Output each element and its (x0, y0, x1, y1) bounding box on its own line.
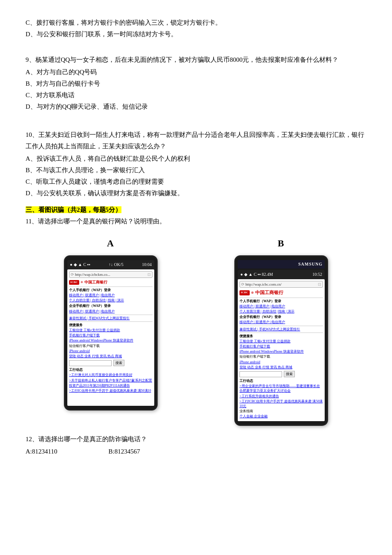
phone-a-search-box[interactable] (69, 360, 112, 366)
phone-b-plt2: iPhone android (239, 360, 260, 364)
q9-option-d: D、与对方的QQ聊天记录、通话、短信记录 (26, 101, 366, 113)
phone-b-a2: >工行系统升级相关的通告 (239, 394, 279, 398)
label-b: B (278, 235, 285, 252)
phone-b-sms-dl: 短信银行客户端下载 (239, 354, 323, 359)
q12-answers: A:81234110 B:81234567 (26, 446, 366, 457)
q12-text: 12、请选择出哪一个是真正的防诈骗电话？ (26, 434, 366, 445)
phone-a-icbc-header: ICBC ⊕ 中国工商银行 (69, 280, 153, 285)
question-11: 11、请选择出哪一个是真的银行网站？说明理由。 (26, 216, 366, 227)
phone-a-el1: 移动用户 | 联通用户 | 电信用户 (69, 309, 115, 313)
phone-a-a4: >工行IC信用卡用户手厉于 超值优惠风暴来袭 满50满10 (69, 389, 151, 393)
q10-text: 10、王某夫妇近日收到一陌生人打来电话，称有一款理财产品十分适合老年人且回报率高… (26, 129, 366, 152)
phone-b-dl: 手机银行客户端下载 (239, 344, 270, 348)
phone-a-a1: >工行澳元对人民币直接交易业务开周良好 (69, 373, 133, 377)
phone-b-personal-title: 个人手机银行（WAP）登录 (239, 299, 323, 304)
phone-a-sl: 工银信使 工银e支付注册 公益捐款 (69, 328, 120, 332)
phone-b-refresh-icon: ⟳ (241, 282, 245, 287)
phone-a-plt2: iPhone android (69, 349, 90, 353)
phone-a-action-title: 工行动态 (69, 367, 153, 372)
phone-b-a1: >用企业家的声音去引导市场预期——姜建清董事长在合肥夏学堂力亚太业务扩大讨论会 (239, 384, 320, 393)
phone-a-tl: 兼容性测试 | 手机WAP方式上网设置指引 (69, 316, 130, 320)
phone-b-personal-links: 移动用户 | 联通用户 | 电信用户 (239, 304, 323, 309)
phone-b-download: 手机银行客户端下载 (239, 344, 323, 349)
q8-option-d: D、与公安和银行部门联系，第一时间冻结对方卡号。 (26, 29, 366, 40)
phone-b-nav: 登陆 动态 业务 行情 资讯 热点 商城 (239, 365, 323, 370)
phone-b-sl: 工银信使 工银e支付注册 公益捐款 (239, 339, 291, 343)
phone-b-tl: 兼容性测试 | 手机WAP方式上网设置指引 (239, 327, 300, 331)
phone-a-screen: ⟳ http://wap.icbckm.co... ⊡ ICBC ⊕ 中国工商银… (67, 269, 154, 406)
phone-b-action2: >工行系统升级相关的通告 (239, 394, 323, 399)
phone-b-el1: 移动用户 | 联通用户 | 电信用户 (239, 320, 285, 324)
phone-b-time: 10:52 (312, 271, 322, 278)
phone-b-action4: 业务指南 (239, 409, 323, 413)
phone-b-service-links: 工银信使 工银e支付注册 公益捐款 (239, 339, 323, 344)
phone-b-nav2: 个人金融 企业金融 (239, 414, 323, 419)
phone-b-service-title: 便捷服务 (239, 334, 323, 338)
phone-b-search-btn[interactable]: 搜索 (284, 371, 295, 377)
phone-a-circle-logo: ⊕ (81, 280, 83, 285)
q10-option-a: A、投诉该工作人员，将自己的钱财汇款是公民个人的权利 (26, 153, 366, 165)
q11-text: 11、请选择出哪一个是真的银行网站？说明理由。 (26, 216, 366, 227)
phone-a-personal-links2: 个人自助注册 | 自助冻结 | 指南 | 演示 (69, 298, 153, 303)
phone-b-icbc-header: ICBC ⊕ 中国工商银行 (239, 289, 323, 296)
phone-b-samsung-label: SAMSUNG (238, 260, 325, 269)
phone-b-pl2: 个人首面注册 | 自助冻结 | 指南 | 演示 (239, 309, 294, 313)
question-9: 9、杨某通过QQ与一女子相恋，后在未见面的情况下，被对方骗取人民币8000元，他… (26, 54, 366, 113)
phone-b-plt: iPhone android WindowsPhone 快速登录软件 (239, 350, 304, 353)
phone-a-platform: iPhone android WindowsPhone 快速登录软件 (69, 338, 153, 343)
phone-a-sms-dl: 短信银行客户端下载 (69, 344, 153, 348)
q10-option-c: C、听取工作人员建议，谨慎考虑自己的理财需要 (26, 176, 366, 188)
q10-option-b: B、不与该工作人员理论，换一家银行汇入 (26, 165, 366, 176)
phone-a-signal: ↑↓ OK/5 (109, 261, 124, 269)
phone-b-url-bar: ⟳ http://wap.icbc.com.cn/ ⊡ (239, 281, 323, 288)
phone-a-service-title: 便捷服务 (69, 323, 153, 327)
phone-a-action3: 投资产品2011年第216期PB2P11L6的通告 (69, 383, 153, 388)
phone-a-enterprise-title: 企业手机银行（WAP）登录 (69, 304, 153, 308)
phone-a-download: 手机银行客户端下载 (69, 333, 153, 338)
label-a: A (107, 235, 115, 252)
phone-b-pl1: 移动用户 | 联通用户 | 电信用户 (239, 304, 285, 308)
phone-b-status-bar: ● ◆ ▲ C ▪▪ 82.4M 10:52 (238, 270, 325, 279)
phone-b-navl: 登陆 动态 业务 行情 资讯 热点 商城 (239, 365, 292, 369)
phone-b-search-box[interactable] (239, 371, 282, 377)
phone-b-enterprise-title: 企业手机银行（WAP）登录 (239, 315, 323, 319)
phone-a-divider3 (69, 321, 153, 322)
phone-a-test-links: 兼容性测试 | 手机WAP方式上网设置指引 (69, 316, 153, 321)
phone-a-bookmark-icon: ⊡ (147, 272, 151, 278)
phone-a-container: A ● ◆ ▲ C ▪▪ ↑↓ OK/5 10:04 ⟳ http://wap.… (64, 235, 158, 410)
phone-b-action-title: 工行动态 (239, 379, 323, 383)
phone-a-divider1 (69, 286, 153, 287)
phone-a-status-bar: ● ◆ ▲ C ▪▪ ↑↓ OK/5 10:04 (67, 260, 154, 269)
phone-a-icbc-logo: ICBC (69, 280, 79, 285)
q9-option-c: C、对方联系电话 (26, 90, 366, 101)
phone-a-service-links: 工银信使 工银e支付注册 公益捐款 (69, 328, 153, 332)
phone-images-row: A ● ◆ ▲ C ▪▪ ↑↓ OK/5 10:04 ⟳ http://wap.… (26, 235, 366, 426)
phone-a-a2: >关于提前终止私人银行客户专享产品'稳?赢'系列之配置 (69, 379, 152, 382)
phone-a-personal-links: 移动用户 | 联通用户 | 电信用户 (69, 293, 153, 298)
phone-b-divider2 (239, 326, 323, 326)
phone-b-container: B SAMSUNG ● ◆ ▲ C ▪▪ 82.4M 10:52 ⟳ http:… (234, 235, 328, 426)
phone-b-divider3 (239, 332, 323, 333)
phone-a-pl2: 个人自助注册 | 自助冻结 | 指南 | 演示 (69, 298, 124, 302)
q8-option-c: C、拨打银行客服，将对方银行卡的密码输入三次，锁定对方银行卡。 (26, 17, 366, 29)
q10-option-d: D、与公安机关联系，确认该理财方案是否有诈骗嫌疑。 (26, 188, 366, 199)
phone-b-action1: >用企业家的声音去引导市场预期——姜建清董事长在合肥夏学堂力亚太业务扩大讨论会 (239, 384, 323, 393)
phone-b-bookmark-icon: ⊡ (318, 282, 321, 287)
phone-b-platform2: iPhone android (239, 360, 323, 364)
phone-a-a3: 投资产品2011年第216期PB2P11L6的通告 (69, 384, 130, 387)
phone-b-test-links: 兼容性测试 | 手机WAP方式上网设置指引 (239, 327, 323, 332)
phone-a-url: http://wap.icbckm.co... (75, 272, 147, 278)
phone-b-screen: ⟳ http://wap.icbc.com.cn/ ⊡ ICBC ⊕ 中国工商银… (238, 279, 325, 421)
phone-a-plt: iPhone android WindowsPhone 快速登录软件 (69, 338, 133, 342)
phone-a-frame: ● ◆ ▲ C ▪▪ ↑↓ OK/5 10:04 ⟳ http://wap.ic… (64, 255, 158, 410)
phone-a-icbc-name: 中国工商银行 (84, 280, 107, 285)
q8-continued: C、拨打银行客服，将对方银行卡的密码输入三次，锁定对方银行卡。 D、与公安和银行… (26, 17, 366, 40)
phone-b-enterprise-links: 移动用户 | 联通用户 | 电信用户 (239, 320, 323, 324)
phone-a-divider2 (69, 315, 153, 315)
phone-a-search-btn[interactable]: 搜索 (113, 360, 124, 366)
section3-header-text: 三、看图识骗（共2题，每题5分） (26, 206, 121, 213)
phone-a-icons: ● ◆ ▲ C ▪▪ (70, 261, 90, 269)
phone-a-action1: >工行澳元对人民币直接交易业务开周良好 (69, 373, 153, 377)
phone-b-personal-links2: 个人首面注册 | 自助冻结 | 指南 | 演示 (239, 309, 323, 314)
phone-a-dl: 手机银行客户端下载 (69, 333, 100, 337)
